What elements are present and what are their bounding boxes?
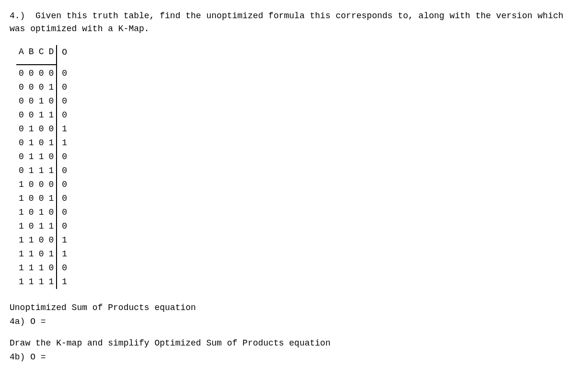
table-header-row: A B C D O xyxy=(16,45,69,65)
part-a-label: Unoptimized Sum of Products equation xyxy=(10,301,565,314)
table-row: 10010 xyxy=(16,192,69,206)
table-row: 11100 xyxy=(16,261,69,275)
table-body: 00000 00010 00100 00110 01001 01011 0110… xyxy=(16,65,69,289)
question-text-body: Given this truth table, find the unoptim… xyxy=(10,11,569,34)
table-row: 11001 xyxy=(16,233,69,247)
table-row: 00110 xyxy=(16,108,69,122)
part-a-prompt: 4a) O = xyxy=(10,315,565,328)
col-header-d: D xyxy=(46,45,57,65)
col-header-a: A xyxy=(16,45,26,65)
table-row: 10110 xyxy=(16,219,69,233)
table-row: 10000 xyxy=(16,178,69,192)
table-row: 01110 xyxy=(16,164,69,178)
table-row: 01001 xyxy=(16,122,69,136)
table-row: 00000 xyxy=(16,65,69,81)
part-b-label: Draw the K-map and simplify Optimized Su… xyxy=(10,337,565,350)
table-row: 10100 xyxy=(16,206,69,219)
question-number: 4.) xyxy=(10,11,25,21)
table-row: 11011 xyxy=(16,247,69,261)
table-row: 01100 xyxy=(16,150,69,164)
table-row: 00100 xyxy=(16,94,69,108)
col-header-o: O xyxy=(57,45,69,65)
truth-table: A B C D O 00000 00010 00100 00110 01001 … xyxy=(16,45,69,289)
table-row: 00010 xyxy=(16,81,69,94)
question-prompt: 4.) Given this truth table, find the uno… xyxy=(10,10,565,35)
part-b-prompt: 4b) O = xyxy=(10,351,565,364)
table-row: 01011 xyxy=(16,136,69,150)
col-header-c: C xyxy=(36,45,46,65)
table-row: 11111 xyxy=(16,275,69,289)
col-header-b: B xyxy=(26,45,36,65)
